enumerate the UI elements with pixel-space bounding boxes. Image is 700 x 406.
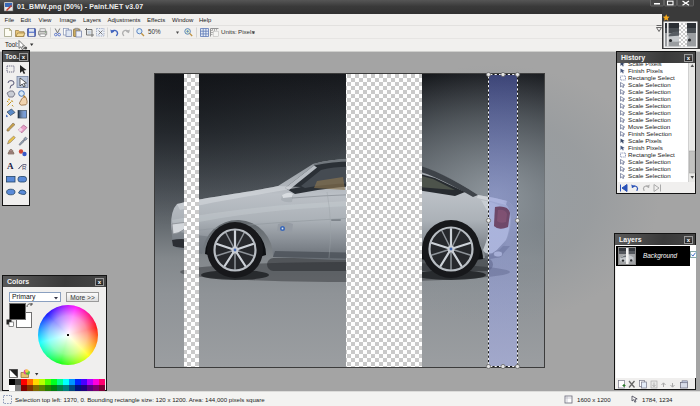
svg-text:Pixels: Pixels <box>238 28 255 35</box>
svg-text:Units:: Units: <box>221 28 237 35</box>
svg-text:R: R <box>22 165 27 171</box>
svg-text:A: A <box>7 161 14 171</box>
svg-text:50%: 50% <box>148 28 161 35</box>
